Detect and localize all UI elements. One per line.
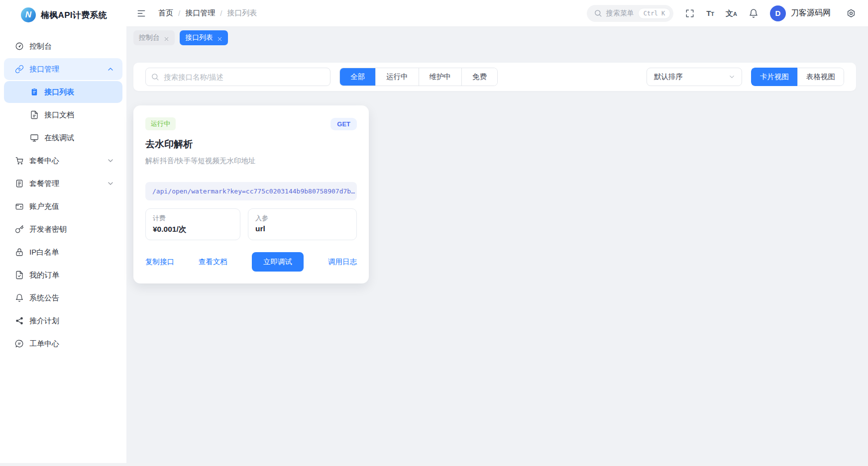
tab-bar: 控制台 接口列表 — [126, 27, 868, 49]
user-menu[interactable]: D 刀客源码网 — [770, 5, 831, 21]
sidebar-nav: 控制台 接口管理 接口列表 接口文档 在线调试 套餐中心 — [0, 35, 126, 355]
card-actions: 复制接口 查看文档 立即调试 调用日志 — [145, 252, 357, 272]
breadcrumb-api-management[interactable]: 接口管理 — [185, 8, 215, 18]
call-logs-button[interactable]: 调用日志 — [328, 257, 357, 267]
cart-icon — [15, 156, 24, 165]
sidebar-item-label: 在线调试 — [44, 133, 74, 143]
font-size-icon[interactable]: TT — [706, 9, 714, 17]
share-icon — [15, 316, 24, 325]
status-badge: 运行中 — [145, 117, 176, 130]
api-endpoint[interactable]: /api/open/watermark?key=cc775c0203144b9b… — [145, 182, 357, 200]
close-icon[interactable] — [217, 35, 222, 41]
menu-search-placeholder: 搜索菜单 — [606, 9, 634, 18]
sidebar-item-label: 工单中心 — [29, 339, 59, 349]
view-docs-button[interactable]: 查看文档 — [199, 257, 227, 267]
fullscreen-icon[interactable] — [685, 8, 695, 18]
status-filter-running[interactable]: 运行中 — [375, 68, 419, 86]
chevron-down-icon — [107, 157, 114, 165]
api-search-field — [145, 68, 330, 86]
status-filter-all[interactable]: 全部 — [340, 68, 375, 86]
content-area: 全部 运行中 维护中 免费 默认排序 卡片视图 表格视图 运行中 — [126, 49, 868, 463]
lock-icon — [15, 248, 24, 257]
search-shortcut-badge: Ctrl K — [638, 8, 670, 19]
tab-label: 接口列表 — [185, 33, 213, 42]
copy-api-button[interactable]: 复制接口 — [145, 257, 174, 267]
sidebar-item-label: 系统公告 — [29, 293, 59, 303]
param-value: url — [255, 224, 349, 233]
order-check-icon — [15, 271, 24, 280]
chevron-down-icon — [107, 180, 114, 187]
sidebar-item-api-docs[interactable]: 接口文档 — [4, 104, 122, 126]
sidebar-item-package-management[interactable]: 套餐管理 — [4, 173, 122, 194]
search-icon — [151, 73, 159, 81]
sidebar-item-ip-whitelist[interactable]: IP白名单 — [4, 241, 122, 263]
bell-icon — [15, 293, 24, 302]
dashboard-icon — [15, 42, 24, 51]
debug-now-button[interactable]: 立即调试 — [252, 252, 304, 272]
collapse-sidebar-icon[interactable] — [136, 8, 146, 18]
sidebar-item-label: 套餐中心 — [29, 156, 59, 166]
sidebar-item-label: 推介计划 — [29, 316, 59, 326]
sidebar-item-referral[interactable]: 推介计划 — [4, 310, 122, 332]
sidebar-item-label: 接口列表 — [44, 88, 74, 97]
breadcrumb-home[interactable]: 首页 — [158, 8, 173, 18]
param-info-box: 入参 url — [248, 208, 357, 240]
notification-bell-icon[interactable] — [749, 8, 759, 18]
api-link-icon — [15, 65, 24, 74]
sidebar-item-account-recharge[interactable]: 账户充值 — [4, 195, 122, 217]
sidebar-item-label: 控制台 — [29, 42, 52, 51]
billing-info-box: 计费 ¥0.001/次 — [145, 208, 240, 240]
sidebar-item-my-orders[interactable]: 我的订单 — [4, 264, 122, 286]
sort-dropdown[interactable]: 默认排序 — [647, 68, 742, 86]
api-info-row: 计费 ¥0.001/次 入参 url — [145, 208, 357, 240]
header-actions: 搜索菜单 Ctrl K TT 文A D 刀客源码网 — [587, 5, 856, 22]
language-icon[interactable]: 文A — [726, 9, 737, 17]
chat-ticket-icon — [15, 339, 24, 348]
sidebar: N 楠枫API计费系统 控制台 接口管理 接口列表 接口文档 — [0, 0, 126, 463]
tab-dashboard[interactable]: 控制台 — [133, 30, 175, 45]
view-toggle-group: 卡片视图 表格视图 — [751, 68, 844, 86]
http-method-badge: GET — [330, 118, 357, 130]
sidebar-item-developer-keys[interactable]: 开发者密钥 — [4, 218, 122, 240]
list-document-icon — [15, 179, 24, 188]
main-pane: 首页 / 接口管理 / 接口列表 搜索菜单 Ctrl K TT 文A D 刀客源… — [126, 0, 868, 463]
sidebar-item-api-list[interactable]: 接口列表 — [4, 81, 122, 103]
api-title: 去水印解析 — [145, 138, 357, 151]
sidebar-item-tickets[interactable]: 工单中心 — [4, 333, 122, 355]
app-root: N 楠枫API计费系统 控制台 接口管理 接口列表 接口文档 — [0, 0, 868, 463]
sidebar-item-label: 接口管理 — [29, 65, 59, 74]
sort-value: 默认排序 — [654, 72, 683, 82]
sidebar-item-dashboard[interactable]: 控制台 — [4, 35, 122, 57]
sidebar-item-label: 套餐管理 — [29, 179, 59, 188]
logo-icon: N — [21, 7, 36, 22]
sidebar-item-label: 接口文档 — [44, 110, 74, 120]
monitor-icon — [30, 133, 39, 142]
user-name: 刀客源码网 — [791, 8, 831, 18]
top-header: 首页 / 接口管理 / 接口列表 搜索菜单 Ctrl K TT 文A D 刀客源… — [126, 0, 868, 27]
tab-api-list[interactable]: 接口列表 — [180, 30, 228, 45]
card-badges-row: 运行中 GET — [145, 117, 357, 130]
card-view-button[interactable]: 卡片视图 — [751, 68, 797, 86]
document-icon — [30, 110, 39, 119]
status-filter-maintenance[interactable]: 维护中 — [419, 68, 462, 86]
sidebar-item-label: 我的订单 — [29, 271, 59, 280]
app-title: 楠枫API计费系统 — [41, 9, 107, 21]
sidebar-item-online-debug[interactable]: 在线调试 — [4, 127, 122, 149]
menu-search-button[interactable]: 搜索菜单 Ctrl K — [587, 5, 673, 22]
status-filter-free[interactable]: 免费 — [461, 68, 497, 86]
breadcrumb-separator: / — [220, 9, 222, 17]
api-search-input[interactable] — [145, 68, 330, 86]
table-view-button[interactable]: 表格视图 — [797, 68, 844, 86]
breadcrumb: 首页 / 接口管理 / 接口列表 — [158, 8, 257, 18]
settings-gear-icon[interactable] — [846, 8, 856, 18]
wallet-icon — [15, 202, 24, 211]
sidebar-item-announcements[interactable]: 系统公告 — [4, 287, 122, 309]
chevron-down-icon — [728, 73, 736, 81]
clipboard-icon — [30, 88, 39, 96]
status-filter-group: 全部 运行中 维护中 免费 — [339, 68, 498, 86]
close-icon[interactable] — [164, 35, 169, 41]
sidebar-item-package-center[interactable]: 套餐中心 — [4, 150, 122, 172]
app-logo: N 楠枫API计费系统 — [0, 0, 126, 28]
sidebar-item-api-management[interactable]: 接口管理 — [4, 58, 122, 80]
key-icon — [15, 225, 24, 234]
